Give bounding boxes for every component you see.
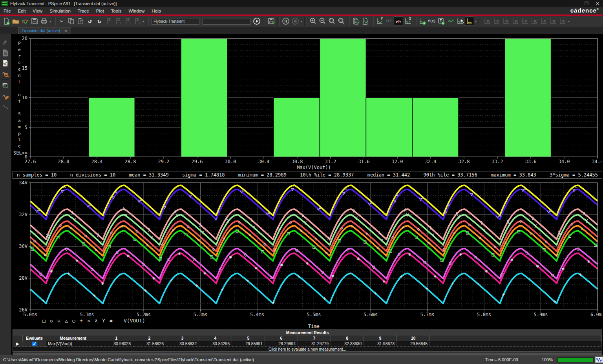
copy-icon[interactable]: [66, 16, 76, 26]
redo-icon[interactable]: ↻: [95, 16, 104, 26]
measurement-value[interactable]: 31.29779: [298, 341, 331, 347]
histogram-bar[interactable]: [181, 38, 227, 157]
histogram-bar[interactable]: [412, 98, 459, 157]
cursor-search-icon[interactable]: [539, 16, 548, 26]
legend-marker-run-10[interactable]: ✱: [110, 318, 113, 324]
sidebar-grip[interactable]: ······: [2, 35, 9, 38]
disabled-trace-icon[interactable]: ✕: [1, 101, 10, 111]
save-icon[interactable]: [30, 16, 39, 26]
menu-file[interactable]: File: [0, 7, 15, 15]
new-file-icon[interactable]: [2, 16, 11, 26]
toggle-markers-icon[interactable]: [446, 16, 455, 26]
measurement-ruler-icon[interactable]: [465, 16, 474, 26]
measurement-value[interactable]: 31.58626: [133, 341, 166, 347]
histogram-bar[interactable]: [505, 38, 551, 157]
menu-tools[interactable]: Tools: [108, 7, 125, 15]
tab-transient-dat[interactable]: Transient.dat (active) ✕: [18, 27, 71, 34]
pspice-document-icon[interactable]: [1, 48, 10, 58]
page-settings-icon[interactable]: [360, 16, 370, 26]
dropdown-caret-icon[interactable]: ▾: [474, 20, 477, 23]
measurement-value[interactable]: 33.58832: [166, 341, 199, 347]
cursor-prev-transition-icon[interactable]: [558, 16, 567, 26]
delete-bookmarks-icon[interactable]: ✕: [132, 16, 142, 26]
measurement-value[interactable]: 33.84296: [199, 341, 232, 347]
print-icon[interactable]: [39, 16, 49, 26]
measurement-value[interactable]: 32.33930: [331, 341, 364, 347]
zoom-fit-icon[interactable]: [327, 16, 336, 26]
cursor-min-icon[interactable]: [511, 16, 520, 26]
legend-marker-run-2[interactable]: ◇: [50, 318, 53, 324]
dropdown-caret-icon[interactable]: ▾: [49, 20, 52, 23]
evaluate-measurement-icon[interactable]: f(x): [427, 16, 437, 26]
new-measurement-link[interactable]: Click here to evaluate a new measurement…: [13, 347, 602, 351]
row-selector[interactable]: ▶: [13, 341, 23, 347]
legend-marker-run-6[interactable]: +: [80, 318, 83, 324]
run-profile-combo[interactable]: [203, 18, 250, 25]
edit-trace-icon[interactable]: [1, 91, 10, 101]
waveform-document-icon[interactable]: [1, 58, 10, 68]
histogram-plot[interactable]: 0510152027.628.028.428.829.229.630.030.4…: [13, 35, 601, 170]
measurement-value[interactable]: 31.98673: [364, 341, 397, 347]
waveform-plot[interactable]: □□□□□□□□□□□□□□□□□□□□□□□◇◇◇◇◇◇◇◇◇◇◇◇◇◇◇◇◇…: [13, 180, 601, 329]
histogram-bar[interactable]: [320, 38, 366, 157]
legend-marker-run-3[interactable]: ▽: [57, 318, 60, 324]
horizontal-scrollbar[interactable]: [13, 352, 602, 355]
simulation-profile-combo[interactable]: Flyback-Transient: [152, 18, 199, 25]
legend-marker-run-1[interactable]: □: [42, 318, 46, 324]
add-plot-icon[interactable]: [418, 16, 427, 26]
undo-icon[interactable]: ↺: [85, 16, 95, 26]
histogram-bar[interactable]: [366, 98, 412, 157]
cursor-max-icon[interactable]: [520, 16, 530, 26]
simulation-waveform-icon[interactable]: [20, 16, 30, 26]
dropdown-caret-icon[interactable]: ▾: [300, 20, 303, 23]
cursor-trough-icon[interactable]: [492, 16, 501, 26]
histogram-bar[interactable]: [89, 98, 135, 157]
menu-view[interactable]: View: [29, 7, 46, 15]
menu-help[interactable]: Help: [148, 7, 164, 15]
cursor-slope-icon[interactable]: [501, 16, 511, 26]
measurement-value[interactable]: 30.98028: [100, 341, 133, 347]
close-button[interactable]: ✕: [592, 0, 603, 7]
pause-simulation-icon[interactable]: [281, 16, 291, 26]
measurement-value[interactable]: 29.85991: [232, 341, 265, 347]
insert-text-icon[interactable]: T: [437, 16, 446, 26]
window-stack-icon[interactable]: [1, 81, 10, 91]
log-y-axis-icon[interactable]: Y: [375, 16, 384, 26]
evaluate-cell[interactable]: [23, 341, 46, 347]
dropdown-caret-icon[interactable]: ▾: [142, 20, 145, 23]
select-mode-icon[interactable]: [455, 16, 465, 26]
zoom-in-icon[interactable]: [308, 16, 318, 26]
open-file-icon[interactable]: [11, 16, 20, 26]
histogram-bar[interactable]: [274, 98, 320, 157]
restore-button[interactable]: ❐: [581, 0, 592, 7]
tab-close-icon[interactable]: ✕: [64, 29, 67, 33]
fft-icon[interactable]: FFT: [384, 16, 394, 26]
pin-icon[interactable]: [1, 38, 10, 48]
performance-analysis-icon[interactable]: [394, 16, 403, 26]
legend-marker-run-5[interactable]: ○: [72, 318, 75, 324]
measurement-name[interactable]: Max(V(Vout)): [46, 341, 100, 347]
evaluate-checkbox[interactable]: [32, 342, 37, 346]
legend-marker-run-8[interactable]: λ: [95, 318, 98, 324]
log-x-axis-icon[interactable]: X: [403, 16, 413, 26]
legend-marker-run-4[interactable]: △: [65, 318, 68, 324]
run-simulation-icon[interactable]: [252, 16, 261, 26]
bookmark-icon[interactable]: [104, 16, 113, 26]
menu-trace[interactable]: Trace: [74, 7, 93, 15]
cut-icon[interactable]: ✂: [57, 16, 66, 26]
menu-edit[interactable]: Edit: [15, 7, 29, 15]
measurement-value[interactable]: 28.29894: [265, 341, 298, 347]
zoom-out-icon[interactable]: [318, 16, 327, 26]
paste-icon[interactable]: [76, 16, 85, 26]
menu-simulation[interactable]: Simulation: [46, 7, 74, 15]
measurement-value[interactable]: 29.56845: [397, 341, 430, 347]
legend-trace-label[interactable]: V(VOUT): [124, 318, 145, 324]
prev-bookmark-icon[interactable]: ‹: [123, 16, 132, 26]
cursor-next-transition-icon[interactable]: [548, 16, 558, 26]
copy-page-icon[interactable]: [351, 16, 360, 26]
search-trace-icon[interactable]: [1, 68, 10, 78]
next-bookmark-icon[interactable]: ›: [113, 16, 123, 26]
stop-simulation-icon[interactable]: [291, 16, 300, 26]
cursor-peak-icon[interactable]: [482, 16, 492, 26]
cursor-point-icon[interactable]: [530, 16, 539, 26]
